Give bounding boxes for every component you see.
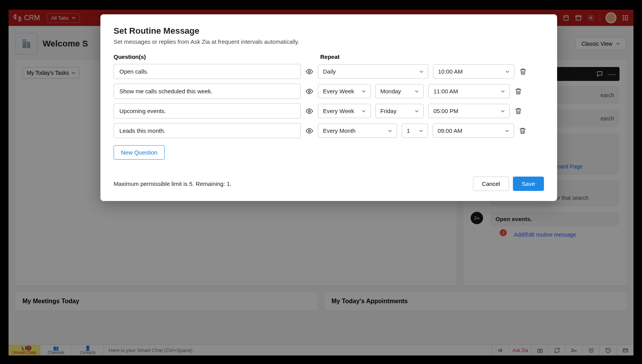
chevron-down-icon: [501, 110, 505, 112]
questions-header: Question(s): [114, 53, 320, 60]
svg-point-24: [309, 110, 311, 112]
preview-icon[interactable]: [305, 107, 313, 115]
day-select[interactable]: Monday: [375, 84, 424, 98]
modal-title: Set Routine Message: [114, 26, 544, 36]
delete-icon[interactable]: [519, 68, 527, 76]
new-question-button[interactable]: New Question: [114, 145, 165, 160]
delete-icon[interactable]: [519, 127, 526, 135]
svg-point-22: [309, 70, 311, 72]
frequency-select[interactable]: Every Month: [318, 124, 397, 138]
cancel-button[interactable]: Cancel: [473, 177, 509, 191]
modal-subtitle: Set messages or replies from Ask Zia at …: [114, 38, 544, 45]
question-input[interactable]: [114, 84, 301, 99]
time-select[interactable]: 05:00 PM: [428, 104, 510, 118]
delete-icon[interactable]: [514, 88, 522, 95]
day-number-select[interactable]: 1: [402, 124, 428, 138]
question-input[interactable]: [114, 103, 301, 118]
question-input[interactable]: [114, 123, 301, 138]
chevron-down-icon: [501, 90, 505, 93]
chevron-down-icon: [362, 110, 366, 112]
svg-point-23: [309, 90, 311, 92]
svg-point-25: [309, 130, 311, 132]
routine-message-modal: Set Routine Message Set messages or repl…: [100, 14, 557, 201]
frequency-select[interactable]: Every Week: [318, 104, 371, 118]
time-select[interactable]: 10:00 AM: [433, 64, 514, 79]
delete-icon[interactable]: [514, 107, 522, 115]
chevron-down-icon: [362, 90, 366, 93]
chevron-down-icon: [415, 110, 419, 112]
routine-row-0: Daily 10:00 AM: [114, 64, 544, 79]
chevron-down-icon: [419, 70, 423, 73]
chevron-down-icon: [505, 130, 509, 132]
chevron-down-icon: [415, 90, 419, 93]
preview-icon[interactable]: [305, 68, 313, 76]
limit-text: Maximum permissible limit is 5. Remainin…: [114, 180, 231, 187]
repeat-header: Repeat: [320, 53, 340, 60]
frequency-select[interactable]: Every Week: [318, 84, 371, 98]
chevron-down-icon: [419, 130, 423, 132]
preview-icon[interactable]: [305, 88, 313, 95]
save-button[interactable]: Save: [513, 177, 544, 191]
time-select[interactable]: 11:00 AM: [428, 84, 510, 98]
routine-row-2: Every Week Friday 05:00 PM: [114, 103, 544, 118]
frequency-select[interactable]: Daily: [318, 64, 428, 79]
time-select[interactable]: 09:00 AM: [433, 124, 514, 138]
routine-row-3: Every Month 1 09:00 AM: [114, 123, 544, 138]
question-input[interactable]: [114, 64, 301, 79]
chevron-down-icon: [506, 70, 509, 73]
day-select[interactable]: Friday: [375, 104, 424, 118]
routine-row-1: Every Week Monday 11:00 AM: [114, 84, 544, 99]
chevron-down-icon: [388, 130, 392, 132]
preview-icon[interactable]: [305, 127, 313, 135]
